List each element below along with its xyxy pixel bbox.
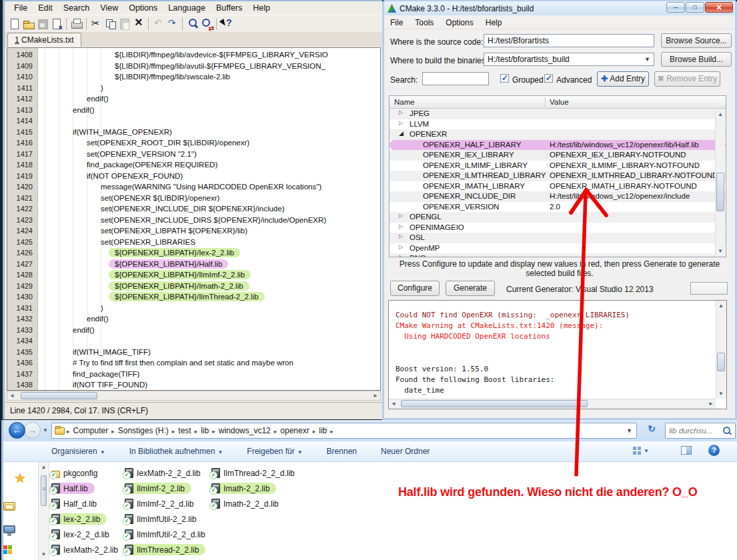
output-hscrollbar[interactable]: ◄ ► xyxy=(389,399,716,409)
list-item-ilmimfutil-2-2-d-lib[interactable]: IlmImfUtil-2_2_d.lib xyxy=(123,529,212,540)
new-file-icon[interactable] xyxy=(7,17,21,31)
variable-row-openexr[interactable]: ◢OPENEXR xyxy=(390,129,726,140)
browse-source-button[interactable]: Browse Source... xyxy=(661,33,732,48)
cmake-menu-file[interactable]: File xyxy=(384,17,409,29)
tab-cmakelists-txt[interactable]: 1 CMakeLists.txt xyxy=(7,33,81,47)
browse-build-button[interactable]: Browse Build... xyxy=(661,52,732,67)
editor-menu-options[interactable]: Options xyxy=(123,2,163,14)
combo-dropdown-arrow[interactable]: ▼ xyxy=(644,56,650,63)
breadcrumb-item-windows-vc12[interactable]: windows_vc12 xyxy=(215,426,274,435)
variable-row-openexr-include-dir[interactable]: OPENEXR_INCLUDE_DIRH:/test/lib/windows_v… xyxy=(390,191,726,202)
scroll-down-arrow[interactable]: ▼ xyxy=(716,247,725,255)
breadcrumb-address-field[interactable]: ▸Computer▸Sonstiges (H:)▸test▸lib▸window… xyxy=(51,423,637,439)
list-item-iex-2-2-lib[interactable]: Iex-2_2.lib xyxy=(49,513,107,525)
generate-button[interactable]: Generate xyxy=(446,281,495,296)
list-item-ilmimf-2-2-lib[interactable]: IlmImf-2_2.lib xyxy=(123,483,191,494)
column-header-name[interactable]: Name xyxy=(394,98,415,106)
tree-expand-icon[interactable]: ▷ xyxy=(399,254,403,257)
scroll-left-arrow[interactable]: ◄ xyxy=(389,399,398,408)
variable-row-openexr-version[interactable]: OPENEXR_VERSION2.0 xyxy=(390,202,726,213)
table-header[interactable]: Name Value xyxy=(390,96,726,109)
cmake-menu-options[interactable]: Options xyxy=(440,17,479,29)
table-vscrollbar[interactable]: ▲ ▼ xyxy=(715,109,725,256)
command-neuer-ordner[interactable]: Neuer Ordner xyxy=(381,447,430,456)
tree-expand-icon[interactable]: ▷ xyxy=(399,213,403,219)
variable-row-osl[interactable]: ▷OSL xyxy=(390,233,726,243)
delete-icon[interactable] xyxy=(131,17,145,31)
variable-row-openexr-ilmimf-library[interactable]: OPENEXR_ILMIMF_LIBRARYOPENEXR_ILMIMF_LIB… xyxy=(390,161,726,171)
cut-icon[interactable] xyxy=(89,17,103,31)
nav-history-dropdown[interactable]: ▼ xyxy=(43,427,48,433)
search-box[interactable]: lib durchsu... xyxy=(665,423,736,439)
preview-pane-button[interactable] xyxy=(681,446,692,455)
command-organisieren[interactable]: Organisieren▼ xyxy=(51,447,105,456)
list-item-ilmthread-2-2-lib[interactable]: IlmThread-2_2.lib xyxy=(123,544,205,555)
list-item-pkgconfig[interactable]: pkgconfig xyxy=(49,467,104,479)
column-header-value[interactable]: Value xyxy=(550,98,569,106)
variable-row-openexr-iex-library[interactable]: OPENEXR_IEX_LIBRARYOPENEXR_IEX_LIBRARY-N… xyxy=(390,150,726,161)
editor-menu-help[interactable]: Help xyxy=(247,2,275,14)
variable-row-opengl[interactable]: ▷OPENGL xyxy=(390,212,726,223)
column-divider[interactable] xyxy=(545,97,546,107)
minimize-button[interactable]: ─ xyxy=(666,2,685,13)
tree-expand-icon[interactable]: ▷ xyxy=(399,109,403,115)
hscroll-thumb[interactable] xyxy=(21,392,97,399)
favorites-star-icon[interactable]: ★ xyxy=(14,470,26,486)
cmake-search-input[interactable] xyxy=(422,72,489,85)
list-item-half-d-lib[interactable]: Half_d.lib xyxy=(49,498,103,509)
variable-row-openexr-half-library[interactable]: OPENEXR_HALF_LIBRARYH:/test/lib/windows_… xyxy=(390,140,726,151)
undo-icon[interactable] xyxy=(151,17,165,31)
advanced-checkbox[interactable] xyxy=(544,74,553,83)
scroll-up-arrow[interactable]: ▲ xyxy=(716,110,725,119)
breadcrumb-item-openexr[interactable]: openexr xyxy=(277,426,312,435)
forward-button[interactable]: → xyxy=(24,422,41,439)
back-button[interactable]: ← xyxy=(9,422,25,439)
list-item-imath-2-2-lib[interactable]: Imath-2_2.lib xyxy=(209,483,276,494)
breadcrumb-item-sonstiges-h[interactable]: Sonstiges (H:) xyxy=(115,426,172,435)
variable-row-jpeg[interactable]: ▷JPEG xyxy=(390,109,726,119)
print-icon[interactable] xyxy=(69,17,83,31)
configure-button[interactable]: Configure xyxy=(390,281,440,296)
variable-row-png[interactable]: ▷PNG xyxy=(390,253,726,257)
command-freigeben-f-r[interactable]: Freigeben für▼ xyxy=(247,447,302,456)
editor-menu-buffers[interactable]: Buffers xyxy=(211,2,247,14)
cmake-menu-help[interactable]: Help xyxy=(480,17,508,29)
output-vscroll-thumb[interactable] xyxy=(717,353,725,371)
editor-menu-language[interactable]: Language xyxy=(163,2,211,14)
list-item-iex-2-2-d-lib[interactable]: Iex-2_2_d.lib xyxy=(49,529,116,540)
open-file-icon[interactable] xyxy=(21,17,35,31)
command-brennen[interactable]: Brennen xyxy=(327,447,357,456)
close-file-icon[interactable] xyxy=(49,17,63,31)
variable-row-openimageio[interactable]: ▷OPENIMAGEIO xyxy=(390,223,726,233)
build-path-combobox[interactable]: H:/test/bforartists_build▼ xyxy=(484,53,654,66)
editor-menu-edit[interactable]: Edit xyxy=(33,2,58,14)
sidebar-scrollbar[interactable]: ▲ ▼ xyxy=(38,462,49,560)
variable-row-openmp[interactable]: ▷OpenMP xyxy=(390,243,726,254)
tree-expand-icon[interactable]: ▷ xyxy=(399,233,403,239)
breadcrumb-item-computer[interactable]: Computer xyxy=(70,426,112,435)
change-view-button[interactable]: ▼ xyxy=(633,447,649,455)
scroll-up-arrow[interactable]: ▲ xyxy=(716,301,726,310)
list-item-ilmimf-2-2-d-lib[interactable]: IlmImf-2_2_d.lib xyxy=(123,498,200,509)
editor-menu-search[interactable]: Search xyxy=(58,2,95,14)
editor-menu-view[interactable]: View xyxy=(95,2,123,14)
variable-row-openexr-imath-library[interactable]: OPENEXR_IMATH_LIBRARYOPENEXR_IMATH_LIBRA… xyxy=(390,181,726,192)
list-item-iexmath-2-2-d-lib[interactable]: IexMath-2_2_d.lib xyxy=(123,467,207,479)
context-help-icon[interactable] xyxy=(219,17,233,31)
editor-hscrollbar[interactable]: ◄ ► xyxy=(7,391,381,401)
variable-row-openexr-ilmthread-library[interactable]: OPENEXR_ILMTHREAD_LIBRARYOPENEXR_ILMTHRE… xyxy=(390,171,726,181)
list-item-ilmthread-2-2-d-lib[interactable]: IlmThread-2_2_d.lib xyxy=(209,467,301,479)
maximize-button[interactable]: □ xyxy=(686,2,704,13)
sidebar-scroll-thumb[interactable] xyxy=(41,475,47,506)
save-file-icon[interactable] xyxy=(35,17,49,31)
scroll-up-arrow[interactable]: ▲ xyxy=(39,463,49,471)
help-button[interactable]: ? xyxy=(708,445,720,456)
redo-icon[interactable] xyxy=(165,17,179,31)
close-button[interactable]: ✕ xyxy=(705,2,733,13)
address-dropdown-arrow[interactable]: ▼ xyxy=(626,427,632,434)
list-item-imath-2-2-d-lib[interactable]: Imath-2_2_d.lib xyxy=(209,498,285,509)
breadcrumb-item-lib[interactable]: lib xyxy=(197,426,212,435)
add-entry-button[interactable]: ✚ Add Entry xyxy=(597,71,649,87)
editor-menu-file[interactable]: File xyxy=(9,2,33,14)
breadcrumb-item-test[interactable]: test xyxy=(175,426,194,435)
